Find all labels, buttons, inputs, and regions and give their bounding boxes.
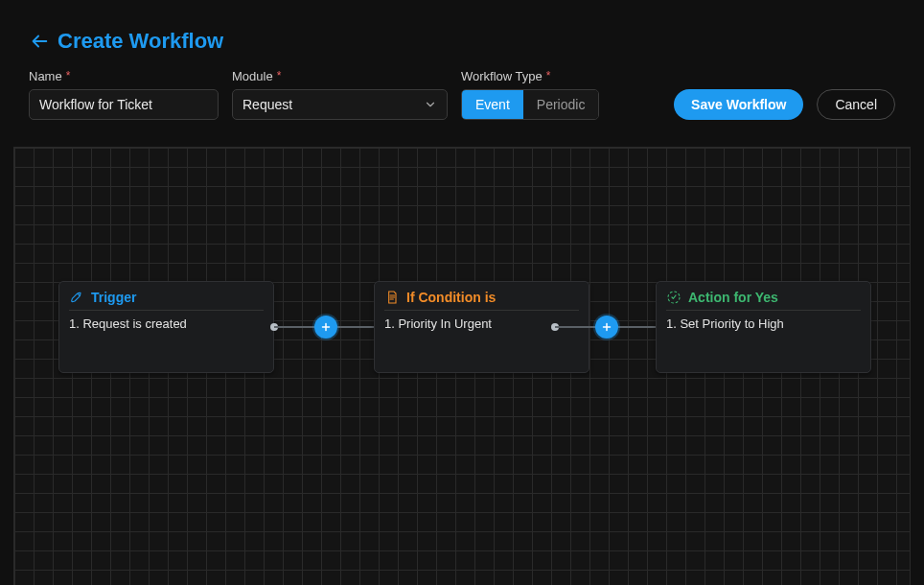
required-asterisk: * xyxy=(66,69,71,83)
name-label: Name * xyxy=(29,69,219,83)
type-field-group: Workflow Type * Event Periodic xyxy=(461,69,599,120)
trigger-node-item: 1. Request is created xyxy=(69,316,264,331)
required-asterisk: * xyxy=(546,69,551,83)
back-arrow-icon[interactable] xyxy=(29,31,50,52)
name-input[interactable] xyxy=(29,89,219,120)
name-label-text: Name xyxy=(29,69,62,83)
module-label-text: Module xyxy=(232,69,273,83)
type-label-text: Workflow Type xyxy=(461,69,543,83)
add-node-button[interactable] xyxy=(314,316,337,339)
trigger-node[interactable]: Trigger 1. Request is created xyxy=(58,281,274,373)
action-node-item: 1. Set Priority to High xyxy=(666,316,861,331)
rocket-icon xyxy=(69,290,84,305)
condition-node-item: 1. Priority In Urgent xyxy=(384,316,579,331)
toggle-periodic[interactable]: Periodic xyxy=(523,90,599,119)
action-node-title: Action for Yes xyxy=(688,290,778,305)
add-node-button[interactable] xyxy=(595,316,618,339)
name-field-group: Name * xyxy=(29,69,219,120)
workflow-canvas[interactable]: Trigger 1. Request is created If Conditi… xyxy=(13,147,911,585)
required-asterisk: * xyxy=(277,69,282,83)
form-row: Name * Module * Request Workflow Type * xyxy=(29,69,895,120)
document-icon xyxy=(384,290,400,305)
module-select-value: Request xyxy=(243,97,292,112)
cancel-button[interactable]: Cancel xyxy=(817,89,895,120)
toggle-event[interactable]: Event xyxy=(462,90,523,119)
action-node[interactable]: Action for Yes 1. Set Priority to High xyxy=(656,281,871,373)
trigger-node-title: Trigger xyxy=(91,290,136,305)
plus-icon xyxy=(320,321,332,333)
condition-node-title: If Condition is xyxy=(406,290,496,305)
workflow-type-toggle: Event Periodic xyxy=(461,89,599,120)
plus-icon xyxy=(601,321,612,333)
module-label: Module * xyxy=(232,69,448,83)
save-button[interactable]: Save Workflow xyxy=(674,89,803,120)
type-label: Workflow Type * xyxy=(461,69,599,83)
page-title: Create Workflow xyxy=(58,29,223,54)
edit-check-icon xyxy=(666,290,681,305)
module-select[interactable]: Request xyxy=(232,89,448,120)
module-field-group: Module * Request xyxy=(232,69,448,120)
trigger-node-header: Trigger xyxy=(69,290,264,311)
title-row: Create Workflow xyxy=(29,29,895,54)
action-node-header: Action for Yes xyxy=(666,290,861,311)
chevron-down-icon xyxy=(424,98,437,111)
condition-node-header: If Condition is xyxy=(384,290,579,311)
